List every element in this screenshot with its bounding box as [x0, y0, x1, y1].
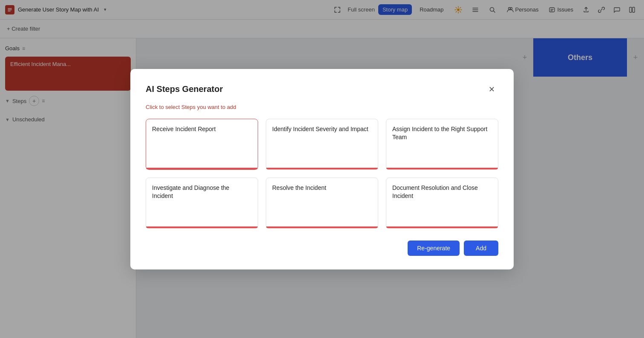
step-card-text-2: Identify Incident Severity and Impact — [272, 125, 372, 134]
ai-steps-modal: AI Steps Generator ✕ Click to select Ste… — [130, 69, 514, 269]
modal-subtitle: Click to select Steps you want to add — [146, 104, 498, 110]
regenerate-button[interactable]: Re-generate — [408, 241, 460, 256]
step-card-2[interactable]: Identify Incident Severity and Impact — [266, 119, 378, 170]
step-card-text-4: Investigate and Diagnose the Incident — [152, 184, 252, 201]
step-card-text-3: Assign Incident to the Right Support Tea… — [392, 125, 492, 142]
steps-grid: Receive Incident ReportIdentify Incident… — [146, 119, 498, 229]
modal-title: AI Steps Generator — [146, 84, 223, 94]
step-card-5[interactable]: Resolve the Incident — [266, 178, 378, 229]
modal-overlay: AI Steps Generator ✕ Click to select Ste… — [0, 0, 644, 338]
step-card-6[interactable]: Document Resolution and Close Incident — [386, 178, 498, 229]
step-card-4[interactable]: Investigate and Diagnose the Incident — [146, 178, 258, 229]
close-icon: ✕ — [489, 85, 495, 94]
step-card-text-6: Document Resolution and Close Incident — [392, 184, 492, 201]
step-card-3[interactable]: Assign Incident to the Right Support Tea… — [386, 119, 498, 170]
modal-close-button[interactable]: ✕ — [485, 83, 498, 96]
modal-footer: Re-generate Add — [146, 241, 498, 256]
add-button[interactable]: Add — [464, 241, 498, 256]
step-card-text-1: Receive Incident Report — [152, 125, 252, 134]
modal-header: AI Steps Generator ✕ — [146, 83, 498, 96]
step-card-1[interactable]: Receive Incident Report — [146, 119, 258, 170]
step-card-text-5: Resolve the Incident — [272, 184, 372, 192]
